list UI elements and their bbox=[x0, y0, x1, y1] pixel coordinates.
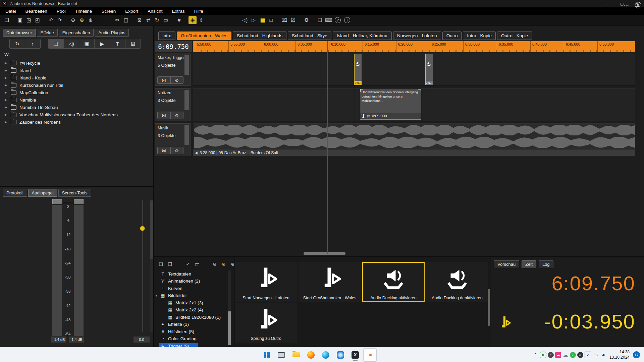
timeline-tab[interactable]: Schottland - Skye bbox=[288, 32, 331, 40]
stop-icon[interactable]: □ bbox=[267, 16, 275, 24]
save-icon[interactable]: ▣ bbox=[16, 16, 24, 24]
status-tab[interactable]: Vorschau bbox=[494, 260, 519, 268]
undo-icon[interactable]: ↶ bbox=[47, 16, 55, 24]
browser-tab[interactable]: Eigenschaften bbox=[59, 29, 94, 37]
timeline-tab[interactable]: Intro - Kopie bbox=[463, 32, 496, 40]
reroute-icon[interactable]: ⇄ bbox=[144, 16, 152, 24]
zoom-reset-icon[interactable]: ⊛ bbox=[220, 260, 228, 268]
volume-fader-track[interactable] bbox=[142, 200, 143, 332]
speaker-icon[interactable]: ◁) bbox=[241, 16, 249, 24]
pool-tree-item[interactable]: ▦ Matrix 2x2 (4) bbox=[154, 307, 233, 314]
timeline-tab[interactable]: Großbritannien - Wales bbox=[177, 32, 231, 40]
security-check-icon[interactable] bbox=[570, 352, 576, 358]
onedrive-icon[interactable] bbox=[562, 352, 569, 358]
redo-icon[interactable]: ↷ bbox=[56, 16, 64, 24]
timeline-horizontal-scrollbar[interactable] bbox=[304, 252, 345, 255]
meter-tab[interactable]: Audiopegel bbox=[28, 189, 57, 197]
zoom-out-icon[interactable]: ⊖ bbox=[211, 260, 219, 268]
menu-item[interactable]: Screen bbox=[97, 9, 120, 14]
trigger-tile[interactable]: Start Norwegen - Lofoten bbox=[235, 262, 297, 302]
zoom-in-icon[interactable]: ⊕ bbox=[87, 16, 95, 24]
pool-tree-item[interactable]: ▼ ▦ Bildfelder bbox=[154, 292, 233, 300]
menu-item[interactable]: Extras bbox=[167, 9, 189, 14]
folder-row[interactable]: ▶ Vorschau Multivisionsschau Zauber des … bbox=[0, 111, 153, 118]
playhead[interactable] bbox=[327, 41, 328, 254]
pool-tree-item[interactable]: ▦ Matrix 2x1 (3) bbox=[154, 299, 233, 307]
trigger-clip[interactable]: Au... bbox=[354, 54, 362, 85]
check-icon[interactable]: ✓ bbox=[184, 260, 192, 268]
pool-tree-item[interactable]: ≈ Kurven bbox=[154, 285, 233, 292]
file-explorer-button[interactable] bbox=[289, 348, 303, 362]
timeline-tab[interactable]: Schottland - Highlands bbox=[233, 32, 286, 40]
clock[interactable]: 14:38 13.10.2024 bbox=[609, 350, 630, 360]
track-header[interactable]: Marker, Trigger 6 Objekte ⋈ ⊘ bbox=[155, 53, 191, 86]
folder-row[interactable]: ▶ Zauber des Nordens bbox=[0, 118, 153, 126]
music-waveform[interactable] bbox=[194, 124, 635, 149]
browser-tab[interactable]: Dateibrowser bbox=[3, 29, 36, 37]
photos-button[interactable] bbox=[334, 348, 347, 362]
display-icon[interactable] bbox=[593, 352, 599, 358]
kaspersky-icon[interactable] bbox=[540, 352, 546, 358]
trigger-tile[interactable]: Audio Ducking aktivieren bbox=[362, 262, 425, 302]
expander-icon[interactable]: ▶ bbox=[5, 98, 8, 102]
pool-tree-item[interactable]: T Textdateien bbox=[154, 270, 233, 278]
pool-tree-item[interactable]: ✦ Effekte (1) bbox=[154, 321, 233, 328]
browser-edge-button[interactable] bbox=[319, 348, 332, 362]
browser-firefox-button[interactable] bbox=[304, 348, 318, 362]
checklist-icon[interactable]: ☑ bbox=[289, 16, 297, 24]
pool-tree-scrollbar[interactable] bbox=[228, 270, 231, 345]
status-tab[interactable]: Log bbox=[539, 260, 553, 268]
trigger-clip[interactable]: Au... bbox=[425, 54, 433, 85]
solo-bowtie-icon[interactable]: ⋈ bbox=[158, 147, 171, 154]
tiles-scrollbar[interactable] bbox=[488, 289, 490, 326]
random-filter-icon[interactable]: ⚄ bbox=[125, 39, 141, 48]
usb-icon[interactable] bbox=[585, 352, 591, 358]
minimize-button[interactable] bbox=[600, 0, 614, 7]
folder-row[interactable]: ▶ Irland bbox=[0, 67, 153, 74]
help-icon[interactable]: ? bbox=[335, 17, 341, 23]
menu-item[interactable]: Bearbeiten bbox=[21, 9, 52, 14]
capture-app-button[interactable] bbox=[363, 348, 377, 362]
task-view-button[interactable] bbox=[275, 348, 288, 362]
sync-icon[interactable]: ⇄ bbox=[193, 260, 201, 268]
trigger-tile[interactable]: Sprung zu Outro bbox=[235, 303, 297, 343]
video-filter-icon[interactable]: ▶ bbox=[95, 39, 110, 48]
grid-icon[interactable]: # bbox=[175, 16, 183, 24]
timeline-tab[interactable]: Intro bbox=[158, 32, 175, 40]
expander-icon[interactable]: ▼ bbox=[154, 294, 159, 297]
folder-row[interactable]: ▶ MapCollection bbox=[0, 89, 153, 96]
dialog-icon[interactable]: ❑ bbox=[316, 16, 324, 24]
new-folder-icon[interactable]: ❏ bbox=[157, 260, 165, 268]
toolbar-overflow[interactable]: --- bbox=[624, 3, 629, 8]
settings-icon[interactable]: ⚙ bbox=[303, 16, 311, 24]
expander-icon[interactable]: ▶ bbox=[5, 120, 8, 124]
expander-icon[interactable]: ▶ bbox=[5, 69, 8, 72]
audio-filter-icon[interactable]: ◁) bbox=[64, 39, 79, 48]
pool-tree-item[interactable]: ϒ Animationen (2) bbox=[154, 278, 233, 285]
expander-icon[interactable]: ▶ bbox=[5, 76, 8, 79]
pause-icon[interactable]: ▮▮ bbox=[258, 16, 266, 24]
meter-handle-right[interactable] bbox=[74, 199, 84, 204]
pool-tree-item[interactable]: ʃ▸ Trigger (9) bbox=[154, 343, 233, 347]
mute-icon[interactable]: ⊘ bbox=[171, 147, 183, 154]
solo-bowtie-icon[interactable]: ⋈ bbox=[158, 112, 171, 119]
meter-scrollbar[interactable] bbox=[150, 200, 153, 332]
open-project-icon[interactable]: ❏ bbox=[3, 16, 11, 24]
pool-tree-item[interactable]: ▦ Bildfeld 644x362 (1) bbox=[154, 314, 233, 321]
volume-fader-handle[interactable] bbox=[140, 226, 145, 231]
cut-icon[interactable]: ✂ bbox=[113, 16, 121, 24]
browser-tab[interactable]: Audio-Plugins bbox=[95, 29, 129, 37]
folder-row[interactable]: ▶ Namibia bbox=[0, 96, 153, 104]
up-icon[interactable]: ↑ bbox=[25, 39, 40, 48]
music-clip-label-bar[interactable]: ◀) 3:28.900 | 05-Dan Ar Braz _ Borders O… bbox=[193, 149, 635, 156]
expander-icon[interactable]: ▶ bbox=[5, 113, 8, 116]
play-icon[interactable]: ▷ bbox=[250, 16, 258, 24]
status-tab[interactable]: Zeit bbox=[522, 260, 536, 268]
time-ruler[interactable]: 5:50.0005:55.0006:00.0006:05.0006:10.000… bbox=[193, 41, 635, 52]
browser-tab[interactable]: Effekte bbox=[37, 29, 58, 37]
save-as-icon[interactable]: ◳ bbox=[25, 16, 33, 24]
ruler-icon[interactable]: ▭ bbox=[162, 16, 170, 24]
user-account-icon[interactable] bbox=[635, 2, 641, 8]
timeline-tab[interactable]: Outro bbox=[442, 32, 462, 40]
trigger-tile[interactable]: Start Großbritannien - Wales bbox=[299, 262, 361, 302]
